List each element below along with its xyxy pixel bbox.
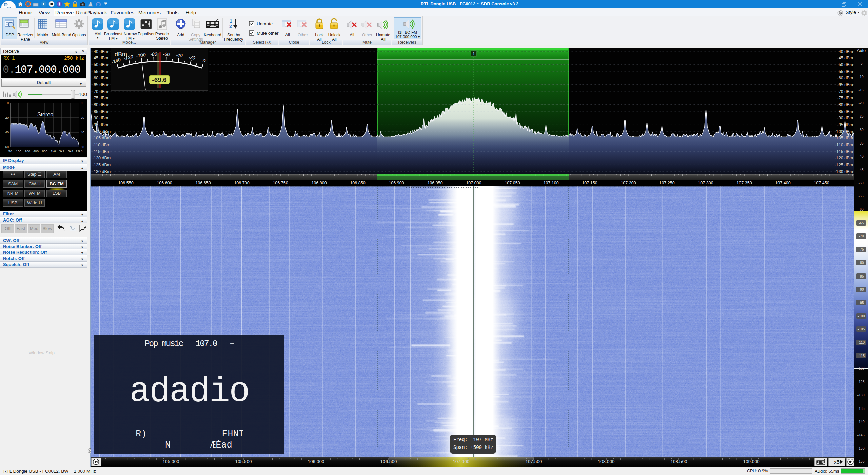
svg-text:-75 dBm: -75 dBm	[837, 96, 853, 100]
svg-text:-65 dBm: -65 dBm	[837, 82, 853, 87]
svg-text:-80 dBm: -80 dBm	[92, 102, 108, 107]
svg-text:-65 dBm: -65 dBm	[92, 82, 108, 87]
svg-text:-45 dBm: -45 dBm	[837, 56, 853, 60]
svg-text:-130 dBm: -130 dBm	[835, 169, 853, 174]
svg-text:-90 dBm: -90 dBm	[837, 116, 853, 120]
svg-text:-85 dBm: -85 dBm	[92, 109, 108, 114]
svg-text:-115 dBm: -115 dBm	[835, 149, 853, 154]
svg-text:-100 dBm: -100 dBm	[92, 129, 111, 134]
svg-text:-60 dBm: -60 dBm	[837, 76, 853, 80]
svg-text:-80: -80	[150, 51, 157, 57]
svg-text:-80 dBm: -80 dBm	[837, 102, 853, 107]
svg-text:-40: -40	[175, 52, 183, 58]
svg-text:-60: -60	[163, 51, 170, 57]
svg-text:-105 dBm: -105 dBm	[92, 136, 111, 140]
svg-text:-70 dBm: -70 dBm	[837, 89, 853, 94]
svg-text:1: 1	[230, 18, 232, 24]
svg-text:-70 dBm: -70 dBm	[92, 89, 108, 94]
svg-text:-95 dBm: -95 dBm	[837, 122, 853, 127]
svg-text:-60 dBm: -60 dBm	[92, 76, 108, 80]
svg-text:-50 dBm: -50 dBm	[837, 62, 853, 67]
svg-text:-40 dBm: -40 dBm	[837, 49, 853, 54]
svg-text:-69.6: -69.6	[152, 76, 166, 83]
svg-text:-120 dBm: -120 dBm	[92, 156, 111, 160]
svg-text:-90 dBm: -90 dBm	[92, 116, 108, 120]
svg-text:-55 dBm: -55 dBm	[837, 69, 853, 74]
svg-text:-115 dBm: -115 dBm	[92, 149, 110, 154]
svg-text:-40 dBm: -40 dBm	[92, 49, 108, 54]
svg-text:-120 dBm: -120 dBm	[835, 156, 853, 160]
svg-text:-100 dBm: -100 dBm	[835, 129, 853, 134]
svg-text:-125 dBm: -125 dBm	[92, 163, 111, 167]
svg-text:-105 dBm: -105 dBm	[835, 136, 853, 140]
svg-text:-125 dBm: -125 dBm	[835, 163, 853, 167]
svg-text:-85 dBm: -85 dBm	[837, 109, 853, 114]
svg-text:-75 dBm: -75 dBm	[92, 96, 108, 100]
svg-text:1: 1	[473, 51, 475, 56]
svg-text:-110 dBm: -110 dBm	[835, 142, 853, 147]
svg-text:-45 dBm: -45 dBm	[92, 56, 108, 60]
svg-text:-50 dBm: -50 dBm	[92, 62, 108, 67]
svg-text:2: 2	[229, 24, 232, 29]
svg-text:-55 dBm: -55 dBm	[92, 69, 108, 74]
svg-text:-95 dBm: -95 dBm	[92, 122, 108, 127]
svg-text:-130 dBm: -130 dBm	[92, 169, 111, 174]
svg-text:-110 dBm: -110 dBm	[92, 142, 110, 147]
